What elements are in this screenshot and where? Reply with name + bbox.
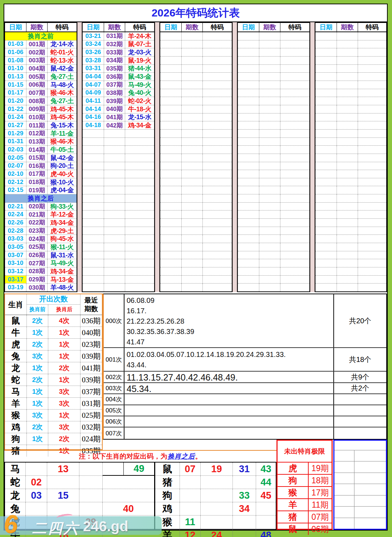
draw-row: 03-19030期羊-48-火 <box>5 284 77 291</box>
date-cell <box>315 194 337 202</box>
date-cell: 03-12 <box>5 267 26 275</box>
zodiac-stat-row: 狗1次2次024期 <box>5 433 102 445</box>
zodiac-cell: 蛇 <box>5 374 27 386</box>
date-cell <box>160 243 182 251</box>
period-cell <box>104 243 125 251</box>
group-separator <box>155 22 160 292</box>
date-cell: 04-04 <box>83 73 104 81</box>
period-cell <box>337 65 358 73</box>
date-cell <box>238 267 259 275</box>
period-cell <box>337 89 358 97</box>
period-cell <box>259 48 280 56</box>
empty-row <box>83 251 154 260</box>
column-headers: 日期期数特码 <box>83 23 154 32</box>
number-cell <box>201 476 233 489</box>
total-count-cell <box>333 405 386 416</box>
date-cell <box>83 186 104 194</box>
period-cell <box>337 243 358 251</box>
date-cell <box>83 178 104 186</box>
period-cell: 021期 <box>26 211 48 218</box>
period-header: 期数 <box>182 23 203 32</box>
period-cell <box>337 219 358 227</box>
period-cell: 001期 <box>26 40 48 48</box>
period-cell <box>104 276 125 284</box>
period-cell <box>182 32 203 40</box>
code-cell <box>203 40 232 48</box>
code-cell <box>203 154 232 162</box>
code-cell: 猴-46-木 <box>48 138 77 146</box>
after-count-cell: 4次 <box>48 315 80 326</box>
empty-row <box>315 186 386 194</box>
column-headers: 日期期数特码 <box>5 23 77 32</box>
code-cell <box>280 121 309 129</box>
date-cell <box>160 162 182 170</box>
draw-row: 03-28034期鼠-19-火 <box>83 57 154 65</box>
count-subheaders: 换肖前 换肖后 <box>27 305 80 315</box>
code-cell: 鸡-45-木 <box>48 105 77 113</box>
period-cell <box>259 113 280 121</box>
period-column-group: 日期期数特码03-21031期羊-24-木03-24032期鼠-07-土03-2… <box>82 22 155 292</box>
period-cell: 039期 <box>104 97 125 105</box>
empty-row <box>83 130 154 138</box>
period-cell: 042期 <box>104 121 125 129</box>
empty-row <box>315 73 386 81</box>
draw-row: 03-10027期马-49-火 <box>5 259 77 267</box>
period-cell <box>337 162 358 170</box>
period-cell <box>182 170 203 178</box>
blue-box-right-cell <box>354 495 386 506</box>
numbers-cell <box>124 427 333 439</box>
empty-row <box>83 235 154 243</box>
period-cell: 013期 <box>26 138 48 146</box>
draw-row: 02-26022期鸡-34-金 <box>5 219 77 227</box>
limit-zodiac: 猪 <box>278 511 309 523</box>
number-cell <box>47 502 79 515</box>
code-cell <box>203 113 232 121</box>
number-cell <box>47 516 79 528</box>
limit-row: 鼠06期 <box>278 523 332 535</box>
code-cell <box>358 32 386 40</box>
page: 2026年特码统计表 日期期数特码换肖之前01-03001期龙-14-水01-0… <box>0 0 392 537</box>
code-cell <box>203 81 232 89</box>
code-cell <box>358 154 386 162</box>
zodiac-label: 猪 <box>155 476 180 489</box>
period-cell <box>182 113 203 121</box>
code-cell: 鼠-07-土 <box>125 40 154 48</box>
draw-row: 01-15006期马-48-火 <box>5 81 77 89</box>
code-cell <box>280 57 309 64</box>
code-cell <box>280 186 309 194</box>
zodiac-stat-row: 蛇2次1次039期 <box>5 374 102 386</box>
date-cell <box>160 89 182 97</box>
period-cell <box>259 97 280 105</box>
number-cell <box>103 476 154 489</box>
draw-row: 03-21031期羊-24-木 <box>83 32 154 40</box>
code-cell <box>358 227 386 235</box>
limit-period: 17期 <box>309 487 332 498</box>
period-cell <box>259 178 280 186</box>
number-cell <box>79 463 103 475</box>
date-cell <box>238 243 259 251</box>
period-cell <box>104 267 125 275</box>
date-cell <box>83 138 104 146</box>
period-cell: 041期 <box>104 113 125 121</box>
code-cell: 鼠-42-金 <box>48 65 77 73</box>
date-cell <box>238 65 259 73</box>
zodiac-cell: 狗 <box>5 433 27 445</box>
empty-row <box>160 73 232 81</box>
stats-table: 生肖 开出次数 换肖前 换肖后 最近 期数 鼠2次4次036期牛1次1次040期… <box>4 294 103 450</box>
period-cell: 018期 <box>26 178 48 186</box>
empty-row <box>238 276 309 284</box>
empty-row <box>238 186 309 194</box>
date-cell <box>83 154 104 162</box>
code-cell <box>358 65 386 73</box>
draw-row: 03-12028期鸡-34-金 <box>5 267 77 276</box>
empty-row <box>238 81 309 89</box>
code-cell: 狗-33-火 <box>48 203 77 211</box>
empty-row <box>83 170 154 178</box>
period-cell <box>337 113 358 121</box>
code-cell: 兔-15-木 <box>48 121 77 129</box>
empty-row <box>160 81 232 89</box>
period-cell <box>259 65 280 73</box>
draw-row: 02-28023期虎-29-土 <box>5 227 77 235</box>
period-cell: 030期 <box>26 284 48 291</box>
draw-row: 01-10004期鼠-42-金 <box>5 65 77 73</box>
